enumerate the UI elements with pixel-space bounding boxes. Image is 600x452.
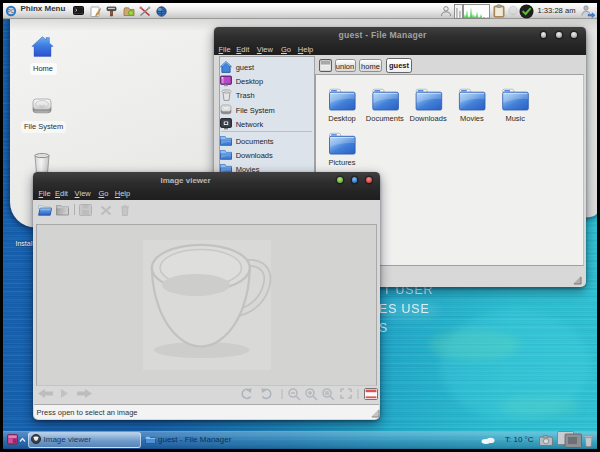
svg-text:PC: PC	[8, 8, 15, 13]
